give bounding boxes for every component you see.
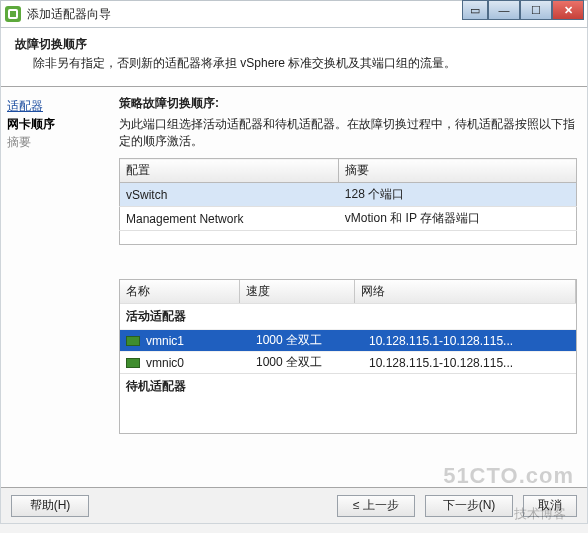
nic-row-vmnic1[interactable]: vmnic1 1000 全双工 10.128.115.1-10.128.115.… (120, 329, 576, 351)
watermark-blog: 技术博客 (514, 505, 566, 523)
config-cell: 128 个端口 (339, 183, 577, 207)
standby-adapters-group: 待机适配器 (120, 373, 576, 399)
next-button[interactable]: 下一步(N) (425, 495, 513, 517)
config-cell: Management Network (120, 207, 339, 231)
maximize-button[interactable]: ☐ (520, 0, 552, 20)
wizard-header: 故障切换顺序 除非另有指定，否则新的适配器将承担 vSphere 标准交换机及其… (1, 28, 587, 87)
nic-table: 名称 速度 网络 活动适配器 vmnic1 1000 全双工 10.128.11… (119, 279, 577, 434)
watermark-51cto: 51CTO.com (443, 463, 574, 489)
nic-header-row: 名称 速度 网络 (120, 280, 576, 303)
nic-network: 10.128.115.1-10.128.115... (369, 356, 570, 370)
nic-col-name: 名称 (120, 280, 240, 303)
wizard-steps: 适配器 网卡顺序 摘要 (1, 87, 111, 487)
minimize-button[interactable]: — (488, 0, 520, 20)
step-summary: 摘要 (7, 133, 105, 151)
nic-col-network: 网络 (355, 280, 576, 303)
nic-icon (126, 336, 140, 346)
wizard-footer: 帮助(H) ≤ 上一步 下一步(N) 取消 (1, 487, 587, 523)
config-cell: vSwitch (120, 183, 339, 207)
back-button[interactable]: ≤ 上一步 (337, 495, 415, 517)
config-col-config: 配置 (120, 159, 339, 183)
config-row-vswitch[interactable]: vSwitch 128 个端口 (120, 183, 577, 207)
nic-name: vmnic0 (146, 356, 256, 370)
config-col-summary: 摘要 (339, 159, 577, 183)
close-button[interactable]: ✕ (552, 0, 584, 20)
config-cell: vMotion 和 IP 存储器端口 (339, 207, 577, 231)
active-adapters-group: 活动适配器 (120, 303, 576, 329)
policy-desc: 为此端口组选择活动适配器和待机适配器。在故障切换过程中，待机适配器按照以下指定的… (119, 116, 577, 150)
nic-name: vmnic1 (146, 334, 256, 348)
nic-speed: 1000 全双工 (256, 354, 369, 371)
app-icon (5, 6, 21, 22)
window-controls: ▭ — ☐ ✕ (462, 0, 584, 22)
policy-title: 策略故障切换顺序: (119, 95, 577, 112)
header-title: 故障切换顺序 (15, 36, 573, 53)
nic-network: 10.128.115.1-10.128.115... (369, 334, 570, 348)
config-header-row: 配置 摘要 (120, 159, 577, 183)
nic-col-speed: 速度 (240, 280, 355, 303)
config-table: 配置 摘要 vSwitch 128 个端口 Management Network… (119, 158, 577, 245)
config-row-mgmt[interactable]: Management Network vMotion 和 IP 存储器端口 (120, 207, 577, 231)
header-subtitle: 除非另有指定，否则新的适配器将承担 vSphere 标准交换机及其端口组的流量。 (33, 55, 573, 72)
help-button[interactable]: 帮助(H) (11, 495, 89, 517)
step-nic-order[interactable]: 网卡顺序 (7, 115, 105, 133)
guide-indicator-icon: ▭ (462, 0, 488, 20)
nic-row-vmnic0[interactable]: vmnic0 1000 全双工 10.128.115.1-10.128.115.… (120, 351, 576, 373)
nic-speed: 1000 全双工 (256, 332, 369, 349)
nic-icon (126, 358, 140, 368)
main-panel: 策略故障切换顺序: 为此端口组选择活动适配器和待机适配器。在故障切换过程中，待机… (111, 87, 587, 487)
step-adapter[interactable]: 适配器 (7, 97, 105, 115)
